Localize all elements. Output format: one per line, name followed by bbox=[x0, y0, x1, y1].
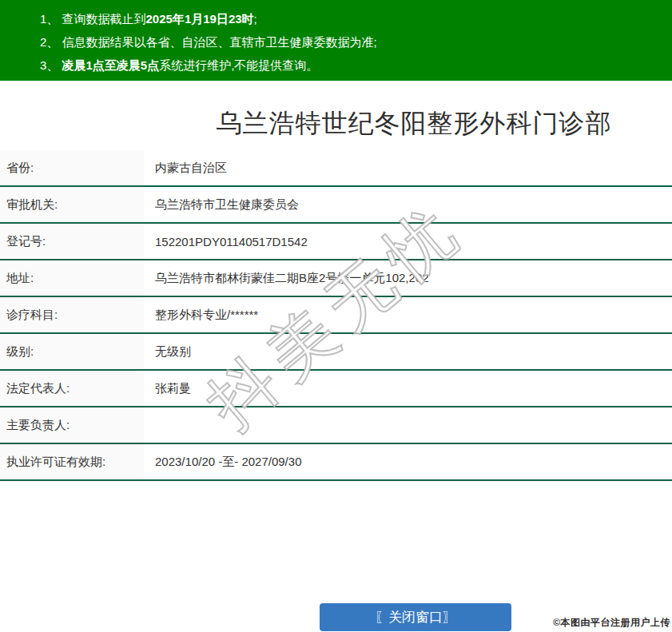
table-row-province: 省份: 内蒙古自治区 bbox=[0, 150, 672, 187]
field-label: 登记号: bbox=[0, 224, 144, 259]
notice-line-1: 1、 查询数据截止到2025年1月19日23时; bbox=[40, 7, 664, 30]
field-value: 整形外科专业/****** bbox=[144, 297, 672, 332]
field-label: 法定代表人: bbox=[0, 371, 144, 406]
field-label: 地址: bbox=[0, 260, 144, 296]
notice-text: 1、 查询数据截止到 bbox=[40, 12, 146, 26]
field-value: 乌兰浩特市都林街蒙佳二期B座2号楼一单元102,202 bbox=[144, 260, 672, 296]
notice-bold-text: 凌晨1点至凌晨5点 bbox=[62, 58, 160, 72]
query-result-page: 1、 查询数据截止到2025年1月19日23时; 2、 信息数据结果以各省、自治… bbox=[0, 0, 672, 632]
notice-text: 3、 bbox=[40, 58, 62, 72]
close-window-button[interactable]: 〖关闭窗口〗 bbox=[320, 603, 511, 631]
field-value: 内蒙古自治区 bbox=[144, 150, 672, 185]
field-value: 152201PDY01140517D1542 bbox=[144, 224, 672, 259]
field-value: 乌兰浩特市卫生健康委员会 bbox=[144, 187, 672, 222]
field-value: 无级别 bbox=[144, 334, 672, 369]
field-value: 2023/10/20 -至- 2027/09/30 bbox=[144, 444, 672, 479]
notice-line-3: 3、 凌晨1点至凌晨5点系统进行维护,不能提供查询。 bbox=[40, 54, 664, 77]
notice-banner: 1、 查询数据截止到2025年1月19日23时; 2、 信息数据结果以各省、自治… bbox=[0, 0, 672, 81]
field-label: 诊疗科目: bbox=[0, 297, 144, 332]
notice-line-2: 2、 信息数据结果以各省、自治区、直辖市卫生健康委数据为准; bbox=[40, 30, 664, 54]
notice-text: 系统进行维护,不能提供查询。 bbox=[159, 58, 318, 72]
table-row-approval-authority: 审批机关: 乌兰浩特市卫生健康委员会 bbox=[0, 187, 672, 224]
table-row-license-validity: 执业许可证有效期: 2023/10/20 -至- 2027/09/30 bbox=[0, 444, 672, 481]
field-label: 主要负责人: bbox=[0, 407, 144, 443]
table-row-address: 地址: 乌兰浩特市都林街蒙佳二期B座2号楼一单元102,202 bbox=[0, 260, 672, 297]
notice-text: 2、 信息数据结果以各省、自治区、直辖市卫生健康委数据为准; bbox=[40, 35, 377, 49]
table-row-level: 级别: 无级别 bbox=[0, 334, 672, 371]
table-row-legal-representative: 法定代表人: 张莉曼 bbox=[0, 371, 672, 407]
field-label: 执业许可证有效期: bbox=[0, 444, 144, 479]
notice-bold-text: 2025年1月19日23时 bbox=[146, 12, 254, 26]
upload-copyright-note: ©本图由平台注册用户上传 bbox=[553, 616, 670, 630]
field-label: 省份: bbox=[0, 150, 144, 185]
field-value bbox=[144, 407, 672, 443]
table-row-registration-number: 登记号: 152201PDY01140517D1542 bbox=[0, 224, 672, 260]
field-label: 审批机关: bbox=[0, 187, 144, 222]
table-row-main-person-in-charge: 主要负责人: bbox=[0, 407, 672, 444]
table-row-medical-subjects: 诊疗科目: 整形外科专业/****** bbox=[0, 297, 672, 334]
field-label: 级别: bbox=[0, 334, 144, 369]
field-value: 张莉曼 bbox=[144, 371, 672, 406]
page-title: 乌兰浩特世纪冬阳整形外科门诊部 bbox=[156, 106, 672, 141]
notice-text: ; bbox=[254, 12, 257, 26]
institution-detail-table: 省份: 内蒙古自治区 审批机关: 乌兰浩特市卫生健康委员会 登记号: 15220… bbox=[0, 150, 672, 481]
